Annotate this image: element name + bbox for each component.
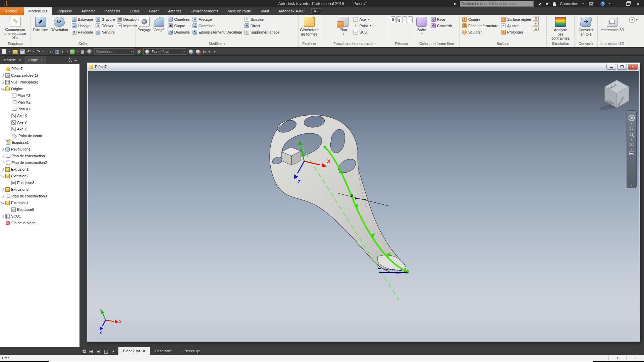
collaborate-icon[interactable] — [80, 50, 85, 54]
expand-icon[interactable] — [1, 80, 4, 84]
coudre-button[interactable]: ‖Coudre — [461, 16, 499, 22]
tab-gerer[interactable]: Gérer — [144, 7, 163, 15]
expand-icon[interactable] — [1, 74, 4, 77]
doc-tab-piece7[interactable]: Pièce7.ipt ✕ — [118, 347, 150, 355]
tile-windows-icon[interactable]: ⊞ — [89, 349, 93, 354]
parameters-fx-button[interactable]: fx — [203, 48, 206, 55]
part-body[interactable] — [270, 115, 406, 274]
tree-item-plan-yz[interactable]: Plan YZ — [0, 92, 79, 99]
tree-item-esquisse1[interactable]: Esquisse1 — [0, 139, 79, 146]
tree-item-plan-de-construction1[interactable]: Plan de construction1 — [0, 153, 79, 159]
navbar-close-icon[interactable]: ✕ — [633, 111, 635, 114]
adjust-appearance-button[interactable] — [189, 49, 193, 54]
new-file-button[interactable] — [2, 49, 6, 54]
surface-remplacer-button[interactable]: ◈ — [533, 21, 539, 26]
reseau-esquisse-button[interactable]: ⊞ — [408, 16, 413, 23]
color-wheel-icon[interactable] — [136, 49, 141, 54]
plan-button[interactable]: Plan ▾ — [337, 16, 350, 41]
doc-minimize-button[interactable]: ▬ — [606, 64, 616, 70]
tab-vault[interactable]: Vault — [256, 7, 274, 15]
balayage-button[interactable]: ⌁Balayage — [71, 16, 94, 22]
quickbar-dropdown-icon[interactable]: ▼ — [213, 50, 216, 53]
new-file-dropdown-icon[interactable]: ▾ — [9, 50, 10, 53]
tab-fichier[interactable]: Fichier — [0, 7, 24, 15]
conge-button[interactable]: Congé — [153, 16, 165, 41]
convertir-en-tole-button[interactable]: ➔ Convertir en tôle — [578, 16, 595, 41]
gravure-button[interactable]: AGravure — [95, 16, 116, 22]
sculpter-button[interactable]: Sculpter — [461, 29, 499, 35]
save-button[interactable] — [20, 49, 25, 54]
collapse-icon[interactable] — [1, 174, 4, 178]
tree-item-origine[interactable]: Origine — [0, 85, 79, 92]
doc-tab-ensemble1[interactable]: Ensemble1 — [150, 347, 179, 355]
navigation-wheel-button[interactable] — [87, 49, 92, 54]
help-icon[interactable]: ? — [600, 1, 605, 6]
undo-dropdown-icon[interactable]: ▾ — [33, 50, 34, 53]
tab-afficher[interactable]: Afficher — [163, 7, 186, 15]
epaississement-button[interactable]: ⇱Epaississement/ Décalage — [192, 29, 243, 35]
doc-close-button[interactable]: ✕ — [628, 64, 638, 70]
convertir-forme-button[interactable]: ❖Convertir — [430, 22, 453, 29]
zoom-button[interactable] — [628, 132, 635, 138]
expand-icon[interactable] — [1, 168, 4, 171]
add-browser-tab-button[interactable]: + — [41, 57, 43, 62]
boite-button[interactable]: Boîte ▾ — [415, 16, 428, 41]
tab-outils[interactable]: Outils — [125, 7, 144, 15]
expand-icon[interactable] — [1, 194, 4, 198]
close-tab-icon[interactable]: ✕ — [142, 347, 145, 355]
cascade-windows-icon[interactable]: ⧉ — [83, 348, 86, 354]
tree-item-plan-de-construction2[interactable]: Plan de construction2 — [0, 159, 79, 166]
tab-modele[interactable]: Modèle × — [0, 56, 24, 64]
commencer-esquisse-2d-button[interactable]: ✎ Commencer une esquisse 2D▾ — [1, 16, 30, 41]
redo-dropdown-icon[interactable]: ▾ — [43, 50, 44, 53]
browser-search-icon[interactable] — [68, 58, 71, 62]
impression-3d-button[interactable]: Impression 3D — [599, 16, 625, 41]
doc-tab-piece8[interactable]: Pièce8.ipt — [179, 347, 205, 355]
tree-item-esquisse5[interactable]: Esquisse5 — [0, 206, 79, 213]
tab-modele-3d[interactable]: Modèle 3D — [24, 7, 52, 15]
tree-item-extrusion3[interactable]: Extrusion3 — [0, 186, 79, 193]
tree-item-corps-solides[interactable]: Corps solides(1) — [0, 72, 79, 79]
redo-button[interactable]: ↷ — [37, 48, 40, 55]
wheel-dropdown-icon[interactable]: ▼ — [631, 122, 633, 125]
symetrie-button[interactable]: ⧎ — [396, 16, 401, 23]
tab-overflow-icon[interactable]: ▣ ▾ — [311, 8, 321, 14]
tree-item-plan-de-construction3[interactable]: Plan de construction3 — [0, 193, 79, 199]
add-quickbar-button[interactable]: + — [208, 48, 211, 55]
tree-item-scu1[interactable]: SCU1 — [0, 213, 79, 220]
collapse-icon[interactable] — [1, 87, 4, 90]
close-button[interactable]: × — [635, 1, 641, 7]
connexion-dropdown-icon[interactable]: ▼ — [582, 0, 584, 7]
tab-inspecter[interactable]: Inspecter — [100, 7, 125, 15]
expand-icon[interactable] — [1, 161, 4, 164]
tab-autodesk-a360[interactable]: Autodesk A360 — [274, 7, 309, 15]
tree-item-plan-xy[interactable]: Plan XY — [0, 106, 79, 112]
filetage-button[interactable]: ≡Filetage — [192, 16, 243, 22]
revolution-button[interactable]: ⟳ Révolution — [50, 16, 69, 41]
tab-ilogic[interactable]: iLogic + — [24, 56, 47, 64]
tree-item-fin-de-la-piece[interactable]: Fin de la pièce — [0, 220, 79, 226]
search-expand-icon[interactable]: ▶ — [454, 0, 457, 7]
coque-button[interactable]: ▣Coque — [167, 22, 191, 29]
axe-button[interactable]: ╱Axe▾ — [352, 16, 372, 22]
cart-icon[interactable] — [588, 2, 593, 6]
surface-reglee-button[interactable]: ◠Surface réglée — [500, 16, 532, 22]
look-at-button[interactable] — [628, 151, 635, 156]
tree-item-esquisse3[interactable]: Esquisse3 — [0, 179, 79, 186]
face-de-fermeture-button[interactable]: ◳Face de fermeture — [461, 22, 499, 29]
orbit-button[interactable] — [628, 141, 635, 147]
chanfrein-button[interactable]: Chanfrein — [167, 16, 191, 22]
help-search-input[interactable] — [460, 1, 534, 7]
helicoide-button[interactable]: ≋Hélicoïde — [71, 29, 94, 35]
analyse-des-contraintes-button[interactable]: Analyse des contraintes — [548, 16, 573, 41]
tree-item-piece7[interactable]: Pièce7 — [0, 65, 79, 72]
reseau-circulaire-button[interactable]: ◌ — [402, 16, 407, 23]
scu-button[interactable]: ∟SCU — [352, 29, 372, 35]
tree-item-axe-x[interactable]: Axe X — [0, 112, 79, 119]
undo-button[interactable]: ↶ — [27, 48, 31, 55]
face-button[interactable]: ◇Face — [430, 16, 453, 22]
inventor-logo[interactable]: I PRO — [3, 1, 10, 7]
minimize-button[interactable]: — — [614, 1, 621, 6]
tab-mise-en-route[interactable]: Mise en route — [223, 7, 256, 15]
browser-menu-icon[interactable]: ≡ — [74, 57, 77, 62]
